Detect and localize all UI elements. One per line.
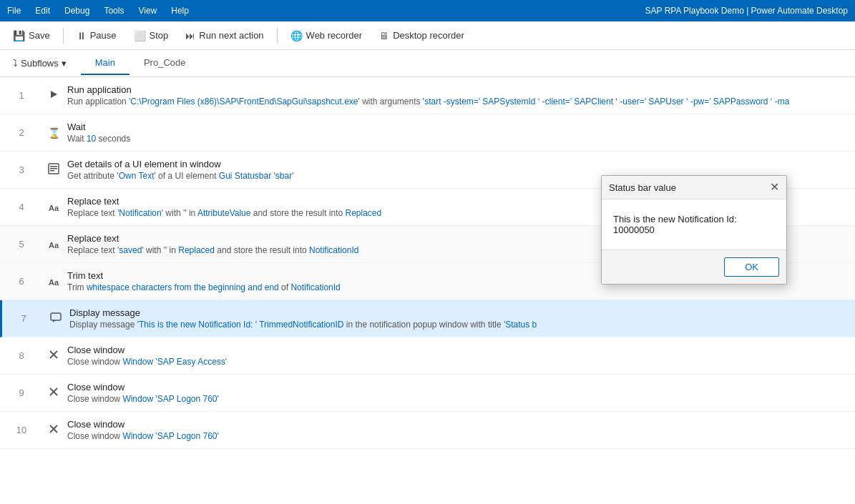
menu-debug[interactable]: Debug	[64, 6, 89, 16]
step-content: WaitWait 10 seconds	[64, 120, 855, 145]
toolbar-separator-2	[277, 28, 278, 44]
step-title: Display message	[69, 307, 848, 318]
table-row[interactable]: 2⌛WaitWait 10 seconds	[0, 114, 855, 152]
step-title: Close window	[67, 419, 848, 430]
menu-tools[interactable]: Tools	[104, 6, 124, 16]
dialog-footer: OK	[602, 249, 786, 284]
toolbar-separator-1	[63, 28, 64, 44]
stop-button[interactable]: ⬜ Stop	[127, 27, 176, 44]
subflows-bar: ⤵ Subflows ▾ Main Pro_Code	[0, 50, 855, 77]
step-desc: Run application 'C:\Program Files (x86)\…	[67, 97, 848, 107]
step-icon: Aa	[43, 202, 64, 213]
desktop-recorder-icon: 🖥	[379, 30, 389, 41]
menu-bar[interactable]: File Edit Debug Tools View Help	[7, 6, 189, 16]
title-bar: File Edit Debug Tools View Help SAP RPA …	[0, 0, 855, 21]
menu-file[interactable]: File	[7, 6, 21, 16]
step-content: Close windowClose window Window 'SAP Log…	[64, 417, 855, 443]
run-next-action-button[interactable]: ⏭ Run next action	[178, 27, 270, 44]
chevron-down-icon: ▾	[62, 58, 67, 69]
step-number: 1	[0, 90, 43, 101]
step-content: Display messageDisplay message 'This is …	[67, 306, 855, 331]
pause-button[interactable]: ⏸ Pause	[69, 27, 124, 44]
desktop-recorder-button[interactable]: 🖥 Desktop recorder	[372, 27, 472, 44]
step-number: 10	[0, 425, 43, 435]
step-icon: Aa	[43, 276, 64, 287]
subflows-icon: ⤵	[13, 58, 18, 69]
tab-main[interactable]: Main	[81, 51, 130, 75]
step-title: Run application	[67, 84, 848, 95]
step-icon	[45, 312, 67, 325]
step-title: Get details of a UI element in window	[67, 159, 848, 169]
step-content: Run applicationRun application 'C:\Progr…	[64, 83, 855, 108]
dialog-title: Status bar value	[609, 182, 676, 193]
step-number: 4	[0, 202, 43, 212]
step-icon: Aa	[43, 239, 64, 250]
main-content: 1Run applicationRun application 'C:\Prog…	[0, 77, 855, 504]
step-number: 7	[2, 313, 45, 324]
svg-rect-4	[50, 170, 54, 172]
step-number: 5	[0, 239, 43, 249]
menu-edit[interactable]: Edit	[35, 6, 50, 16]
table-row[interactable]: 10Close windowClose window Window 'SAP L…	[0, 412, 855, 449]
step-icon: ⌛	[43, 127, 64, 139]
save-icon: 💾	[13, 30, 25, 41]
step-title: Close window	[67, 382, 848, 392]
svg-rect-3	[50, 168, 57, 169]
app-title: SAP RPA Playbook Demo | Power Automate D…	[645, 6, 848, 16]
dialog-title-bar: Status bar value ✕	[602, 176, 786, 199]
steps-container: 1Run applicationRun application 'C:\Prog…	[0, 77, 855, 504]
step-number: 3	[0, 164, 43, 175]
subflows-dropdown[interactable]: ⤵ Subflows ▾	[6, 55, 74, 71]
web-recorder-button[interactable]: 🌐 Web recorder	[283, 27, 370, 44]
svg-rect-5	[51, 313, 61, 320]
tabs-container: Main Pro_Code	[81, 51, 200, 75]
step-icon	[43, 89, 64, 102]
dialog-ok-button[interactable]: OK	[724, 257, 779, 277]
step-number: 6	[0, 276, 43, 287]
step-desc: Close window Window 'SAP Logon 760'	[67, 394, 848, 404]
step-title: Wait	[67, 122, 848, 132]
step-number: 8	[0, 350, 43, 361]
dialog-close-button[interactable]: ✕	[770, 182, 779, 193]
dialog-status-bar: Status bar value ✕ This is the new Notif…	[601, 175, 787, 285]
run-next-icon: ⏭	[185, 30, 195, 41]
step-icon	[43, 350, 64, 362]
step-number: 9	[0, 387, 43, 398]
menu-view[interactable]: View	[138, 6, 157, 16]
table-row[interactable]: 8Close windowClose window Window 'SAP Ea…	[0, 337, 855, 375]
save-button[interactable]: 💾 Save	[6, 27, 57, 44]
dialog-message: This is the new Notification Id: 1000005…	[613, 214, 737, 235]
pause-icon: ⏸	[77, 30, 87, 41]
tab-pro-code[interactable]: Pro_Code	[130, 51, 200, 75]
step-desc: Display message 'This is the new Notific…	[69, 320, 848, 330]
step-icon	[43, 163, 64, 177]
stop-icon: ⬜	[134, 30, 146, 41]
step-icon	[43, 424, 64, 436]
step-desc: Wait 10 seconds	[67, 134, 848, 144]
dialog-body: This is the new Notification Id: 1000005…	[602, 199, 786, 249]
step-number: 2	[0, 127, 43, 138]
step-desc: Close window Window 'SAP Logon 760'	[67, 431, 848, 441]
menu-help[interactable]: Help	[171, 6, 189, 16]
table-row[interactable]: 9Close windowClose window Window 'SAP Lo…	[0, 375, 855, 412]
step-desc: Close window Window 'SAP Easy Access'	[67, 357, 848, 367]
svg-rect-2	[50, 166, 57, 167]
table-row[interactable]: 7Display messageDisplay message 'This is…	[0, 300, 855, 337]
web-recorder-icon: 🌐	[290, 30, 303, 41]
toolbar: 💾 Save ⏸ Pause ⬜ Stop ⏭ Run next action …	[0, 21, 855, 50]
step-content: Close windowClose window Window 'SAP Eas…	[64, 343, 855, 368]
svg-marker-0	[51, 91, 57, 98]
step-content: Close windowClose window Window 'SAP Log…	[64, 380, 855, 405]
table-row[interactable]: 1Run applicationRun application 'C:\Prog…	[0, 77, 855, 114]
step-title: Close window	[67, 345, 848, 355]
step-icon	[43, 387, 64, 399]
